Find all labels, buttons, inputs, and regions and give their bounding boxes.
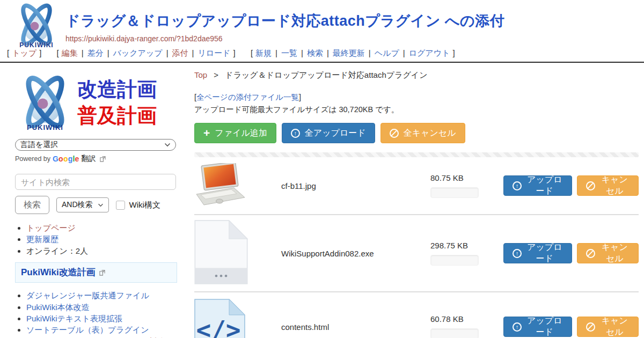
- wiki-syntax-checkbox[interactable]: [116, 201, 125, 210]
- sidebar-plugin-links: ダジャレンジャー版共通ファイル PukiWiki本体改造 PukiWikiテキス…: [26, 291, 177, 338]
- nav-item-search[interactable]: 検索: [307, 48, 323, 57]
- file-name: WikiSupportAddin082.exe: [254, 249, 430, 258]
- sidebar-item-core-mod[interactable]: PukiWiki本体改造: [26, 303, 177, 312]
- max-upload-size-text: アップロード可能最大ファイルサイズは 30,720KB です。: [194, 105, 639, 115]
- page-url-link[interactable]: https://pukiwiki.dajya-ranger.com/?1bd2d…: [65, 34, 223, 43]
- cancel-all-button[interactable]: 全キャンセル: [380, 123, 465, 143]
- all-attachments-link[interactable]: 全ページの添付ファイル一覧: [196, 93, 299, 101]
- upload-progress-bar: [430, 328, 479, 338]
- translate-credit: Powered by Google 翻訳: [15, 154, 177, 164]
- nav-item-help[interactable]: ヘルプ: [375, 48, 399, 57]
- nav-item-logout[interactable]: ログアウト: [409, 48, 450, 57]
- sidebar: PUKIWIKI 改造計画 普及計画 言語を選択 Powered by Goog…: [0, 63, 182, 338]
- cancel-file-button[interactable]: キャンセル: [577, 317, 639, 337]
- upload-progress-bar: [430, 187, 479, 198]
- ban-icon: [586, 322, 595, 332]
- translate-link[interactable]: 翻訳: [82, 154, 96, 164]
- nav-group-site: [新規|一覧|検索|最終更新|ヘルプ|ログアウト]: [248, 48, 458, 57]
- breadcrumb-home[interactable]: Top: [194, 70, 207, 79]
- nav-item-recent[interactable]: 最終更新: [333, 48, 365, 57]
- external-link-icon: [100, 156, 106, 162]
- language-select[interactable]: 言語を選択: [15, 139, 176, 151]
- sidebar-section-heading[interactable]: PukiWiki改造計画: [15, 262, 177, 283]
- breadcrumb-current: ドラッグ＆ドロップアップロード対応attachプラグイン: [225, 70, 427, 79]
- cancel-file-button[interactable]: キャンセル: [577, 243, 639, 263]
- header: PUKIWIKI ドラッグ＆ドロップアップロード対応attachプラグイン への…: [0, 0, 644, 63]
- add-files-button[interactable]: ファイル追加: [194, 123, 276, 143]
- file-row: </> contents.html 60.78 KB アップロード キャンセル: [194, 292, 639, 338]
- main-content: Top > ドラッグ＆ドロップアップロード対応attachプラグイン [全ページ…: [182, 63, 644, 338]
- sidebar-item-history[interactable]: 更新履歴: [26, 234, 177, 244]
- chevron-down-icon: [98, 203, 104, 207]
- nav-item-new[interactable]: 新規: [255, 48, 272, 57]
- sidebar-item-text-ext[interactable]: PukiWikiテキスト表現拡張: [26, 314, 177, 323]
- plus-icon: [203, 127, 210, 139]
- sidebar-item-common-files[interactable]: ダジャレンジャー版共通ファイル: [26, 291, 177, 300]
- nav-item-reload[interactable]: リロード: [197, 48, 230, 57]
- nav-group-page: [トップ]: [4, 48, 44, 57]
- nav-item-edit[interactable]: 編集: [62, 48, 78, 57]
- generic-file-icon: [194, 220, 254, 286]
- upload-circle-icon: [513, 322, 522, 332]
- file-size: 80.75 KB: [430, 173, 496, 182]
- attach-list-link-row: [全ページの添付ファイル一覧]: [194, 92, 639, 102]
- breadcrumb: Top > ドラッグ＆ドロップアップロード対応attachプラグイン: [194, 70, 639, 80]
- sidebar-quick-links: トップページ 更新履歴 オンライン：2人: [26, 223, 177, 255]
- file-row: WikiSupportAddin082.exe 298.75 KB アップロード…: [194, 215, 639, 292]
- atom-logo-icon: [13, 3, 60, 47]
- file-name: contents.html: [254, 322, 430, 332]
- external-link-icon: [99, 270, 105, 276]
- sidebar-item-online: オンライン：2人: [26, 246, 177, 255]
- search-controls: 検索 AND検索 Wiki構文: [15, 196, 177, 214]
- search-button[interactable]: 検索: [15, 196, 49, 214]
- sidebar-item-sort-table[interactable]: ソートテーブル（表）プラグイン: [26, 325, 177, 334]
- nav-item-top[interactable]: トップ: [12, 48, 36, 57]
- file-name: cf-b11.jpg: [254, 181, 430, 190]
- upload-toolbar: ファイル追加 全アップロード 全キャンセル: [194, 123, 639, 143]
- banner-slogan: 改造計画 普及計画: [77, 77, 157, 128]
- file-size: 298.75 KB: [430, 241, 496, 250]
- ban-icon: [586, 181, 595, 190]
- nav-item-attach[interactable]: 添付: [172, 48, 188, 57]
- upload-file-button[interactable]: アップロード: [503, 243, 572, 263]
- google-logo: Google: [53, 155, 79, 163]
- upload-circle-icon: [291, 129, 300, 138]
- chevron-down-icon: [164, 143, 171, 147]
- page-title: ドラッグ＆ドロップアップロード対応attachプラグイン への添付: [65, 11, 644, 31]
- top-nav: [トップ] [編集|差分|バックアップ|添付|リロード] [新規|一覧|検索|最…: [4, 48, 644, 58]
- wiki-syntax-label: Wiki構文: [129, 200, 160, 210]
- upload-all-button[interactable]: 全アップロード: [282, 123, 375, 143]
- sidebar-banner-link[interactable]: PUKIWIKI 改造計画 普及計画: [15, 74, 177, 131]
- sidebar-item-toppage[interactable]: トップページ: [26, 223, 177, 232]
- svg-text:</>: </>: [196, 315, 240, 338]
- upload-circle-icon: [513, 249, 522, 258]
- ban-icon: [390, 129, 399, 138]
- nav-item-backup[interactable]: バックアップ: [113, 48, 163, 57]
- html-code-file-icon: </>: [194, 299, 254, 338]
- upload-progress-bar: [430, 255, 479, 266]
- nav-item-diff[interactable]: 差分: [87, 48, 104, 57]
- upload-file-button[interactable]: アップロード: [503, 175, 572, 196]
- file-size: 60.78 KB: [430, 314, 496, 324]
- search-mode-select[interactable]: AND検索: [56, 197, 109, 212]
- file-row: cf-b11.jpg 80.75 KB アップロード キャンセル: [194, 157, 639, 215]
- ban-icon: [586, 249, 595, 258]
- site-search-input[interactable]: [15, 174, 176, 190]
- upload-file-button[interactable]: アップロード: [503, 317, 572, 337]
- nav-item-list[interactable]: 一覧: [281, 48, 297, 57]
- laptop-photo-thumbnail: [194, 163, 254, 208]
- nav-group-edit: [編集|差分|バックアップ|添付|リロード]: [54, 48, 238, 57]
- upload-circle-icon: [513, 181, 522, 190]
- global-progress-strip: [194, 152, 639, 157]
- atom-logo-icon: [16, 74, 74, 130]
- cancel-file-button[interactable]: キャンセル: [577, 175, 639, 196]
- site-logo[interactable]: PUKIWIKI: [12, 3, 61, 49]
